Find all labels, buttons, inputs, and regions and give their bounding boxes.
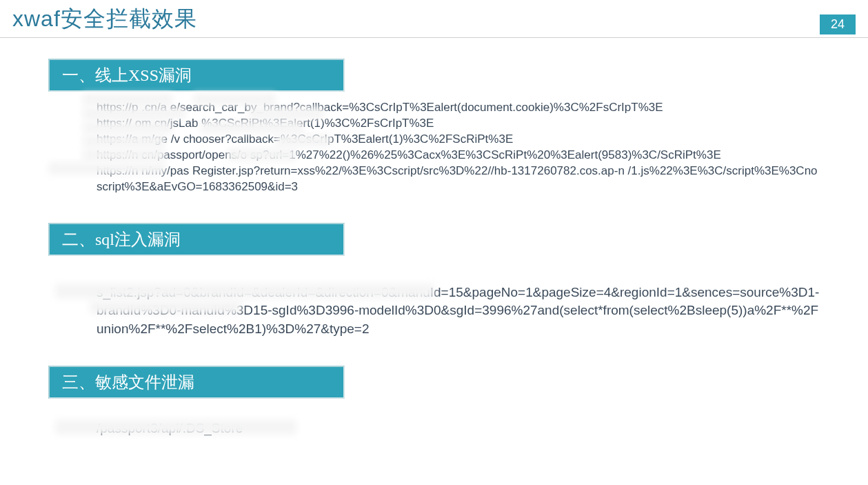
section-body-sql: s_list2.jsp?ad=0&brandId=&dealerId=&dire…	[48, 256, 820, 366]
section-heading-file: 三、敏感文件泄漏	[48, 366, 345, 399]
url-line: /passport3/api/.DS_Store	[97, 419, 820, 438]
section-heading-xss: 一、线上XSS漏洞	[48, 59, 345, 92]
slide-title: xwaf安全拦截效果	[12, 4, 197, 34]
page-number-badge: 24	[820, 14, 856, 34]
url-line: https:// om.cn/jsLab %3CScRiPt%3Ealert(1…	[97, 116, 820, 132]
slide-header: xwaf安全拦截效果 24	[0, 0, 868, 38]
section-file-leak: 三、敏感文件泄漏 /passport3/api/.DS_Store	[48, 366, 820, 466]
slide-content: 一、线上XSS漏洞 https://p .cn/a e/search_car_b…	[0, 38, 868, 466]
url-line: https://n cn/passport/opens/o sp?url=1%2…	[97, 148, 820, 164]
section-sql: 二、sql注入漏洞 s_list2.jsp?ad=0&brandId=&deal…	[48, 223, 820, 366]
url-line: https://p .cn/a e/search_car_by_brand?ca…	[97, 100, 820, 116]
url-line: https://n n/my/pas Register.jsp?return=x…	[97, 164, 820, 195]
section-xss: 一、线上XSS漏洞 https://p .cn/a e/search_car_b…	[48, 59, 820, 223]
section-heading-sql: 二、sql注入漏洞	[48, 223, 345, 256]
url-line: https://a m/ge /v chooser?callback=%3CsC…	[97, 132, 820, 148]
url-line: s_list2.jsp?ad=0&brandId=&dealerId=&dire…	[97, 284, 820, 339]
section-body-file: /passport3/api/.DS_Store	[48, 399, 820, 466]
section-body-xss: https://p .cn/a e/search_car_by_brand?ca…	[48, 92, 820, 223]
